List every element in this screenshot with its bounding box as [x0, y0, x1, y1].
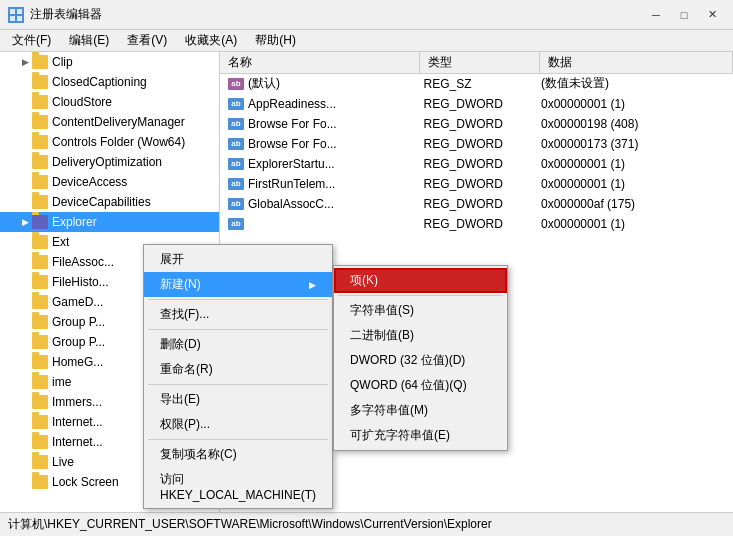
- folder-icon: [32, 295, 48, 309]
- window-controls: ─ □ ✕: [643, 5, 725, 25]
- tree-item-controlsfolder[interactable]: Controls Folder (Wow64): [0, 132, 219, 152]
- sub-item-string[interactable]: 字符串值(S): [334, 298, 507, 323]
- minimize-button[interactable]: ─: [643, 5, 669, 25]
- cell-name-text: Browse For Fo...: [248, 117, 337, 131]
- tree-arrow: ▶: [18, 57, 32, 67]
- table-row[interactable]: ab Browse For Fo... REG_DWORD 0x00000173…: [220, 134, 733, 154]
- tree-item-deliveryopt[interactable]: DeliveryOptimization: [0, 152, 219, 172]
- cell-name: ab GlobalAssocC...: [220, 197, 416, 211]
- context-menu-1[interactable]: 展开 新建(N) ▶ 查找(F)... 删除(D) 重命名(R) 导出(E): [143, 244, 333, 509]
- table-row[interactable]: ab (默认) REG_SZ (数值未设置): [220, 74, 733, 94]
- ctx-separator-1: [148, 299, 328, 300]
- ctx-find-label: 查找(F)...: [160, 306, 209, 323]
- ctx-new[interactable]: 新建(N) ▶: [144, 272, 332, 297]
- cell-name-text: AppReadiness...: [248, 97, 336, 111]
- reg-value-icon: ab: [228, 138, 244, 150]
- cell-type: REG_SZ: [416, 77, 533, 91]
- tree-label: DeviceCapabilities: [52, 195, 151, 209]
- sub-item-multistring[interactable]: 多字符串值(M): [334, 398, 507, 423]
- app-icon: [8, 7, 24, 23]
- sub-item-binary[interactable]: 二进制值(B): [334, 323, 507, 348]
- menu-file[interactable]: 文件(F): [4, 30, 59, 51]
- col-header-name[interactable]: 名称: [220, 52, 420, 73]
- tree-item-deviceaccess[interactable]: DeviceAccess: [0, 172, 219, 192]
- ctx-expand[interactable]: 展开: [144, 247, 332, 272]
- cell-type: REG_DWORD: [416, 217, 533, 231]
- tree-label: Internet...: [52, 415, 103, 429]
- col-header-type[interactable]: 类型: [420, 52, 540, 73]
- table-row[interactable]: ab REG_DWORD 0x00000001 (1): [220, 214, 733, 234]
- folder-icon: [32, 235, 48, 249]
- ctx-export[interactable]: 导出(E): [144, 387, 332, 412]
- ctx-copy-name-label: 复制项名称(C): [160, 446, 237, 463]
- tree-arrow: ▶: [18, 217, 32, 227]
- reg-value-icon: ab: [228, 178, 244, 190]
- folder-icon: [32, 255, 48, 269]
- folder-icon: [32, 115, 48, 129]
- folder-icon: [32, 335, 48, 349]
- menu-bar: 文件(F) 编辑(E) 查看(V) 收藏夹(A) 帮助(H): [0, 30, 733, 52]
- ctx-delete-label: 删除(D): [160, 336, 201, 353]
- reg-value-icon: ab: [228, 218, 244, 230]
- svg-rect-3: [17, 16, 22, 21]
- cell-name-text: ExplorerStartu...: [248, 157, 335, 171]
- sub-item-expandstring[interactable]: 可扩充字符串值(E): [334, 423, 507, 448]
- tree-label: Ext: [52, 235, 69, 249]
- folder-icon: [32, 195, 48, 209]
- tree-label: FileHisto...: [52, 275, 109, 289]
- ctx-rename[interactable]: 重命名(R): [144, 357, 332, 382]
- menu-help[interactable]: 帮助(H): [247, 30, 304, 51]
- tree-label: Internet...: [52, 435, 103, 449]
- folder-icon: [32, 435, 48, 449]
- menu-view[interactable]: 查看(V): [119, 30, 175, 51]
- folder-icon: [32, 315, 48, 329]
- ctx-permissions[interactable]: 权限(P)...: [144, 412, 332, 437]
- sub-item-string-label: 字符串值(S): [350, 303, 414, 317]
- sub-item-qword[interactable]: QWORD (64 位值)(Q): [334, 373, 507, 398]
- table-row[interactable]: ab AppReadiness... REG_DWORD 0x00000001 …: [220, 94, 733, 114]
- svg-rect-2: [10, 16, 15, 21]
- cell-name: ab ExplorerStartu...: [220, 157, 416, 171]
- tree-item-clip[interactable]: ▶ Clip: [0, 52, 219, 72]
- ctx-arrow-icon: ▶: [309, 280, 316, 290]
- maximize-button[interactable]: □: [671, 5, 697, 25]
- sub-item-dword[interactable]: DWORD (32 位值)(D): [334, 348, 507, 373]
- cell-data: 0x00000001 (1): [533, 217, 733, 231]
- title-bar-left: 注册表编辑器: [8, 6, 102, 23]
- sub-item-key[interactable]: 项(K): [334, 268, 507, 293]
- status-text: 计算机\HKEY_CURRENT_USER\SOFTWARE\Microsoft…: [8, 516, 492, 533]
- folder-icon: [32, 95, 48, 109]
- tree-item-devicecap[interactable]: DeviceCapabilities: [0, 192, 219, 212]
- menu-edit[interactable]: 编辑(E): [61, 30, 117, 51]
- tree-item-cloudstore[interactable]: CloudStore: [0, 92, 219, 112]
- title-bar: 注册表编辑器 ─ □ ✕: [0, 0, 733, 30]
- table-row[interactable]: ab Browse For Fo... REG_DWORD 0x00000198…: [220, 114, 733, 134]
- table-row[interactable]: ab ExplorerStartu... REG_DWORD 0x0000000…: [220, 154, 733, 174]
- folder-icon: [32, 275, 48, 289]
- table-row[interactable]: ab FirstRunTelem... REG_DWORD 0x00000001…: [220, 174, 733, 194]
- tree-label: Lock Screen: [52, 475, 119, 489]
- table-row[interactable]: ab GlobalAssocC... REG_DWORD 0x000000af …: [220, 194, 733, 214]
- cell-type: REG_DWORD: [416, 137, 533, 151]
- close-button[interactable]: ✕: [699, 5, 725, 25]
- cell-name-text: Browse For Fo...: [248, 137, 337, 151]
- submenu-new[interactable]: 项(K) 字符串值(S) 二进制值(B) DWORD (32 位值)(D) QW…: [333, 265, 508, 451]
- cell-name: ab FirstRunTelem...: [220, 177, 416, 191]
- cell-name: ab: [220, 218, 416, 230]
- cell-data: 0x00000173 (371): [533, 137, 733, 151]
- ctx-copy-name[interactable]: 复制项名称(C): [144, 442, 332, 467]
- tree-label: Group P...: [52, 335, 105, 349]
- tree-label: Live: [52, 455, 74, 469]
- svg-rect-1: [17, 9, 22, 14]
- tree-label: Immers...: [52, 395, 102, 409]
- tree-item-closedcaptioning[interactable]: ClosedCaptioning: [0, 72, 219, 92]
- tree-label: Clip: [52, 55, 73, 69]
- ctx-delete[interactable]: 删除(D): [144, 332, 332, 357]
- col-header-data[interactable]: 数据: [540, 52, 733, 73]
- ctx-visit-hklm[interactable]: 访问 HKEY_LOCAL_MACHINE(T): [144, 467, 332, 506]
- cell-name-text: GlobalAssocC...: [248, 197, 334, 211]
- menu-favorites[interactable]: 收藏夹(A): [177, 30, 245, 51]
- ctx-find[interactable]: 查找(F)...: [144, 302, 332, 327]
- tree-item-explorer[interactable]: ▶ Explorer: [0, 212, 219, 232]
- tree-item-contentdelivery[interactable]: ContentDeliveryManager: [0, 112, 219, 132]
